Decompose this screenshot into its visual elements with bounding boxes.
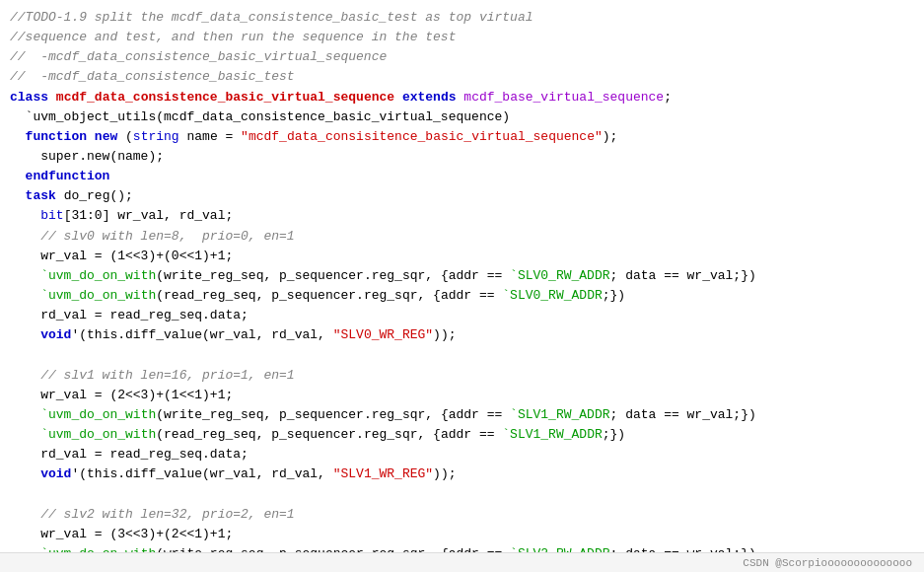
line-24: void'(this.diff_value(wr_val, rd_val, "S… xyxy=(10,465,914,484)
line-16: rd_val = read_reg_seq.data; xyxy=(10,306,914,325)
line-9: endfunction xyxy=(10,167,914,186)
line-22: `uvm_do_on_with(read_reg_seq, p_sequence… xyxy=(10,425,914,445)
line-20: wr_val = (2<<3)+(1<<1)+1; xyxy=(10,386,914,405)
line-8: super.new(name); xyxy=(10,147,914,167)
line-12: // slv0 with len=8, prio=0, en=1 xyxy=(10,227,914,247)
line-23: rd_val = read_reg_seq.data; xyxy=(10,445,914,465)
line-10: task do_reg(); xyxy=(10,186,914,206)
line-13: wr_val = (1<<3)+(0<<1)+1; xyxy=(10,247,914,266)
line-6: `uvm_object_utils(mcdf_data_consistence_… xyxy=(10,107,914,127)
line-1: //TODO-1.9 split the mcdf_data_consisten… xyxy=(10,8,914,28)
line-2: //sequence and test, and then run the se… xyxy=(10,28,914,47)
watermark-text: CSDN @Scorpioooooooooooooo xyxy=(743,557,912,569)
line-4: // -mcdf_data_consistence_basic_test xyxy=(10,67,914,87)
line-25 xyxy=(10,484,914,504)
footer-watermark: CSDN @Scorpioooooooooooooo xyxy=(0,552,924,572)
line-18 xyxy=(10,345,914,365)
line-3: // -mcdf_data_consistence_basic_virtual_… xyxy=(10,47,914,67)
line-21: `uvm_do_on_with(write_reg_seq, p_sequenc… xyxy=(10,405,914,425)
line-7: function new (string name = "mcdf_data_c… xyxy=(10,127,914,147)
line-15: `uvm_do_on_with(read_reg_seq, p_sequence… xyxy=(10,286,914,306)
line-26: // slv2 with len=32, prio=2, en=1 xyxy=(10,505,914,525)
line-11: bit[31:0] wr_val, rd_val; xyxy=(10,206,914,226)
code-editor: //TODO-1.9 split the mcdf_data_consisten… xyxy=(0,0,924,552)
line-28: `uvm_do_on_with(write_reg_seq, p_sequenc… xyxy=(10,544,914,552)
line-19: // slv1 with len=16, prio=1, en=1 xyxy=(10,366,914,386)
line-14: `uvm_do_on_with(write_reg_seq, p_sequenc… xyxy=(10,266,914,286)
line-5: class mcdf_data_consistence_basic_virtua… xyxy=(10,88,914,107)
line-27: wr_val = (3<<3)+(2<<1)+1; xyxy=(10,525,914,544)
line-17: void'(this.diff_value(wr_val, rd_val, "S… xyxy=(10,325,914,345)
